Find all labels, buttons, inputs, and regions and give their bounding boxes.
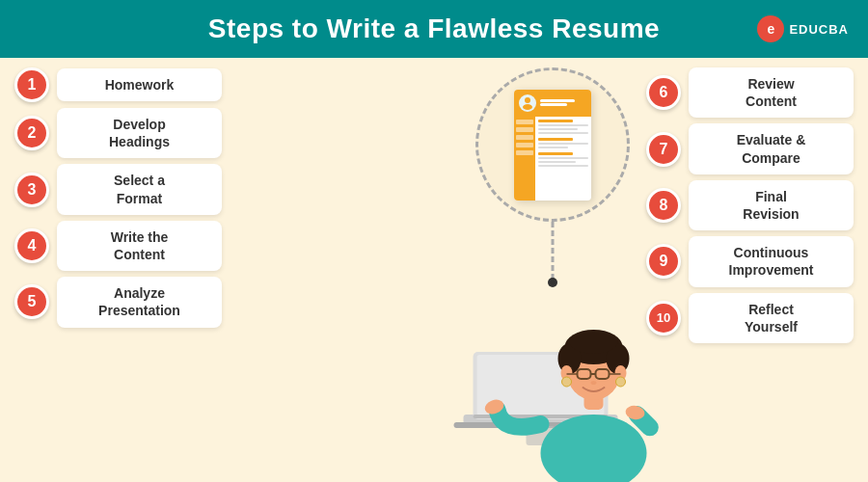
- step-number-6: 6: [646, 75, 681, 110]
- step-number-8: 8: [646, 188, 681, 223]
- resume-text-line-3: [538, 132, 588, 134]
- resume-name-line-2: [540, 103, 567, 106]
- svg-point-0: [525, 97, 530, 103]
- step-number-10: 10: [646, 301, 681, 335]
- logo: e EDUCBA: [757, 15, 849, 42]
- step-item-9: 9 ContinuousImprovement: [646, 236, 854, 286]
- resume-card: [514, 90, 591, 201]
- step-label-1: Homework: [57, 68, 222, 101]
- resume-card-header: [514, 90, 591, 117]
- resume-main-content: [535, 117, 591, 201]
- resume-avatar: [519, 94, 536, 112]
- page-title: Steps to Write a Flawless Resume: [208, 13, 660, 44]
- resume-section-2: [538, 138, 573, 141]
- resume-text-line-7: [538, 161, 576, 163]
- step-item-5: 5 AnalyzePresentation: [14, 277, 222, 327]
- logo-name: EDUCBA: [789, 22, 849, 37]
- step-number-1: 1: [14, 67, 49, 102]
- step-label-3: Select aFormat: [57, 164, 222, 214]
- step-label-7: Evaluate &Compare: [689, 123, 854, 174]
- step-item-8: 8 FinalRevision: [646, 180, 854, 230]
- svg-point-17: [561, 377, 571, 387]
- svg-point-14: [569, 331, 617, 354]
- resume-text-line-4: [538, 143, 588, 145]
- svg-point-18: [615, 377, 625, 387]
- resume-body: [514, 117, 591, 201]
- step-number-5: 5: [14, 284, 49, 319]
- step-label-9: ContinuousImprovement: [689, 236, 854, 286]
- svg-point-24: [590, 381, 596, 385]
- resume-section-3: [538, 152, 573, 155]
- logo-icon: e: [757, 15, 784, 42]
- resume-text-line-8: [538, 165, 588, 167]
- step-item-3: 3 Select aFormat: [14, 164, 222, 214]
- svg-point-1: [523, 104, 532, 110]
- resume-text-line-6: [538, 157, 588, 159]
- step-label-6: ReviewContent: [689, 67, 854, 118]
- page-header: Steps to Write a Flawless Resume e EDUCB…: [0, 0, 868, 58]
- sidebar-block-5: [516, 150, 533, 155]
- resume-sidebar: [514, 117, 535, 201]
- step-label-10: ReflectYourself: [689, 293, 854, 343]
- resume-name-line-1: [540, 99, 575, 102]
- step-number-2: 2: [14, 116, 49, 150]
- step-item-10: 10 ReflectYourself: [646, 293, 854, 343]
- step-number-4: 4: [14, 228, 49, 263]
- step-number-9: 9: [646, 244, 681, 279]
- step-item-7: 7 Evaluate &Compare: [646, 123, 854, 174]
- sidebar-block-4: [516, 143, 533, 147]
- left-steps-column: 1 Homework 2 DevelopHeadings 3 Select aF…: [0, 58, 236, 482]
- sidebar-block-2: [516, 127, 533, 132]
- step-label-4: Write theContent: [57, 221, 222, 271]
- resume-text-line-1: [538, 124, 588, 126]
- resume-text-line-2: [538, 128, 579, 130]
- resume-section-1: [538, 120, 573, 122]
- step-label-2: DevelopHeadings: [57, 108, 222, 158]
- resume-name-block: [540, 99, 575, 106]
- step-item-4: 4 Write theContent: [14, 221, 222, 271]
- sidebar-block-3: [516, 135, 533, 140]
- resume-circle: [475, 67, 630, 222]
- step-number-7: 7: [646, 132, 681, 167]
- step-item-6: 6 ReviewContent: [646, 67, 854, 118]
- step-label-8: FinalRevision: [689, 180, 854, 230]
- step-number-3: 3: [14, 173, 49, 207]
- main-content: 1 Homework 2 DevelopHeadings 3 Select aF…: [0, 58, 868, 482]
- sidebar-block-1: [516, 120, 533, 124]
- step-item-2: 2 DevelopHeadings: [14, 108, 222, 158]
- step-item-1: 1 Homework: [14, 67, 222, 102]
- step-label-5: AnalyzePresentation: [57, 277, 222, 327]
- right-steps-column: 6 ReviewContent 7 Evaluate &Compare 8 Fi…: [632, 58, 868, 353]
- resume-text-line-5: [538, 147, 568, 148]
